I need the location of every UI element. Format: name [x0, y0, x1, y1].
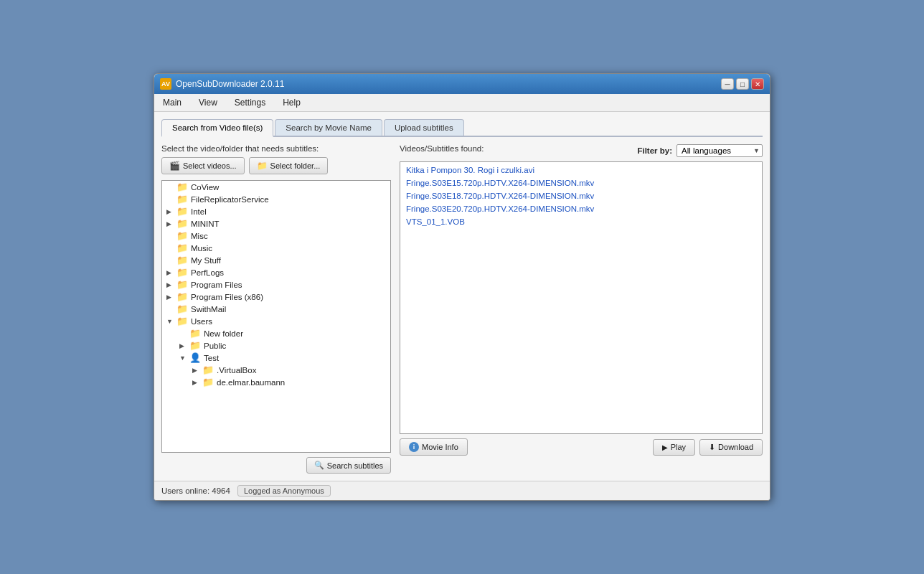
- tree-item-intel[interactable]: ▶ 📁 Intel: [162, 205, 390, 217]
- tree-item-coview[interactable]: 📁 CoView: [162, 181, 390, 193]
- file-list[interactable]: Kitka i Pompon 30. Rogi i czulki.avi Fri…: [400, 161, 763, 434]
- folder-icon: 📁: [202, 377, 214, 387]
- logged-as-badge: Logged as Anonymous: [237, 485, 331, 497]
- folder-icon: 📁: [202, 364, 214, 375]
- tree-item-misc[interactable]: 📁 Misc: [162, 230, 390, 242]
- tree-item-users[interactable]: ▼ 📁 Users: [162, 315, 390, 327]
- folder-icon: 📁: [176, 316, 188, 326]
- tree-item-test[interactable]: ▼ 👤 Test: [162, 352, 390, 364]
- search-subtitles-button[interactable]: 🔍 Search subtitles: [306, 457, 391, 474]
- app-icon: AV: [160, 78, 171, 90]
- status-bar: Users online: 4964 Logged as Anonymous: [154, 481, 770, 500]
- filter-row: Filter by: All languages English Polish …: [637, 144, 763, 157]
- right-top: Videos/Subtitles found: Filter by: All l…: [400, 144, 763, 157]
- menu-help[interactable]: Help: [278, 96, 305, 109]
- tree-arrow: ▶: [166, 281, 176, 288]
- menu-main[interactable]: Main: [159, 96, 186, 109]
- right-panel-label: Videos/Subtitles found:: [400, 144, 484, 153]
- minimize-button[interactable]: ─: [721, 78, 734, 90]
- file-item-4[interactable]: VTS_01_1.VOB: [400, 215, 762, 228]
- tree-item-programfiles-x86[interactable]: ▶ 📁 Program Files (x86): [162, 291, 390, 303]
- tab-search-video[interactable]: Search from Video file(s): [161, 119, 273, 137]
- tab-upload-subtitles[interactable]: Upload subtitles: [384, 119, 464, 136]
- title-bar: AV OpenSubDownloader 2.0.11 ─ □ ✕: [154, 74, 770, 94]
- tree-item-programfiles[interactable]: ▶ 📁 Program Files: [162, 278, 390, 291]
- tree-item-mystuff[interactable]: 📁 My Stuff: [162, 254, 390, 266]
- left-panel: Select the video/folder that needs subti…: [161, 144, 391, 474]
- menu-settings[interactable]: Settings: [230, 96, 270, 109]
- bottom-bar: i Movie Info ▶ Play ⬇ Download: [400, 438, 763, 456]
- file-tree[interactable]: 📁 CoView 📁 FileReplicatorService ▶ 📁 Int…: [161, 180, 391, 453]
- video-folder-buttons: 🎬 Select videos... 📁 Select folder...: [161, 157, 391, 174]
- play-button[interactable]: ▶ Play: [653, 439, 695, 456]
- filter-select-wrapper: All languages English Polish German Fren…: [676, 144, 763, 157]
- tree-item-filereplicator[interactable]: 📁 FileReplicatorService: [162, 193, 390, 205]
- tree-item-virtualbox[interactable]: ▶ 📁 .VirtualBox: [162, 364, 390, 376]
- window-title: OpenSubDownloader 2.0.11: [176, 79, 284, 89]
- file-item-2[interactable]: Fringe.S03E18.720p.HDTV.X264-DIMENSION.m…: [400, 189, 762, 202]
- panels: Select the video/folder that needs subti…: [161, 144, 763, 474]
- tree-arrow: ▼: [179, 354, 189, 362]
- left-panel-label: Select the video/folder that needs subti…: [161, 144, 391, 153]
- tree-arrow: ▶: [192, 379, 202, 386]
- folder-icon: 📁: [176, 291, 188, 302]
- movie-info-button[interactable]: i Movie Info: [400, 438, 468, 456]
- folder-icon-btn: 📁: [257, 161, 268, 171]
- info-icon: i: [409, 442, 419, 452]
- main-content: Search from Video file(s) Search by Movi…: [154, 112, 770, 481]
- folder-icon: 📁: [176, 255, 188, 265]
- tab-search-movie[interactable]: Search by Movie Name: [275, 119, 382, 136]
- play-download-buttons: ▶ Play ⬇ Download: [653, 439, 763, 456]
- select-videos-button[interactable]: 🎬 Select videos...: [161, 157, 245, 174]
- tree-arrow: ▶: [179, 342, 189, 349]
- download-icon: ⬇: [709, 443, 715, 452]
- tree-arrow: ▼: [166, 318, 176, 325]
- tree-arrow: ▶: [192, 367, 202, 374]
- search-icon: 🔍: [314, 461, 324, 470]
- language-filter-select[interactable]: All languages English Polish German Fren…: [676, 144, 763, 157]
- tree-arrow: ▶: [166, 269, 176, 276]
- window-controls: ─ □ ✕: [721, 78, 764, 90]
- users-online-label: Users online: 4964: [161, 486, 230, 495]
- folder-icon: 📁: [189, 340, 201, 351]
- tree-item-newfolder[interactable]: 📁 New folder: [162, 327, 390, 339]
- tree-arrow: ▶: [166, 208, 176, 215]
- title-bar-left: AV OpenSubDownloader 2.0.11: [160, 78, 284, 90]
- filter-label: Filter by:: [637, 146, 672, 155]
- download-button[interactable]: ⬇ Download: [699, 439, 763, 456]
- folder-icon: 📁: [176, 279, 188, 290]
- folder-icon: 📁: [176, 243, 188, 253]
- folder-icon: 📁: [176, 194, 188, 204]
- tree-item-swithmail[interactable]: 📁 SwithMail: [162, 303, 390, 315]
- file-item-1[interactable]: Fringe.S03E15.720p.HDTV.X264-DIMENSION.m…: [400, 177, 762, 189]
- restore-button[interactable]: □: [736, 78, 749, 90]
- folder-icon: 📁: [176, 230, 188, 241]
- folder-icon: 📁: [189, 328, 201, 339]
- folder-icon: 📁: [176, 182, 188, 192]
- close-button[interactable]: ✕: [751, 78, 764, 90]
- folder-icon: 📁: [176, 206, 188, 217]
- folder-icon: 📁: [176, 304, 188, 314]
- menu-view[interactable]: View: [194, 96, 222, 109]
- file-item-0[interactable]: Kitka i Pompon 30. Rogi i czulki.avi: [400, 164, 762, 177]
- select-folder-button[interactable]: 📁 Select folder...: [249, 157, 329, 174]
- film-icon: 🎬: [169, 161, 180, 171]
- folder-icon: 📁: [176, 267, 188, 278]
- main-window: AV OpenSubDownloader 2.0.11 ─ □ ✕ Main V…: [154, 73, 770, 501]
- tree-item-public[interactable]: ▶ 📁 Public: [162, 339, 390, 352]
- tab-bar: Search from Video file(s) Search by Movi…: [161, 119, 763, 137]
- tree-item-perflogs[interactable]: ▶ 📁 PerfLogs: [162, 266, 390, 278]
- user-folder-icon: 👤: [189, 352, 201, 363]
- menu-bar: Main View Settings Help: [154, 94, 770, 112]
- play-icon: ▶: [662, 443, 668, 451]
- tree-item-minint[interactable]: ▶ 📁 MININT: [162, 217, 390, 230]
- folder-icon: 📁: [176, 218, 188, 229]
- tree-item-deelmar[interactable]: ▶ 📁 de.elmar.baumann: [162, 376, 390, 388]
- tree-arrow: ▶: [166, 220, 176, 227]
- tree-item-music[interactable]: 📁 Music: [162, 242, 390, 254]
- tree-arrow: ▶: [166, 293, 176, 301]
- file-item-3[interactable]: Fringe.S03E20.720p.HDTV.X264-DIMENSION.m…: [400, 202, 762, 215]
- right-panel: Videos/Subtitles found: Filter by: All l…: [400, 144, 763, 474]
- search-btn-row: 🔍 Search subtitles: [161, 457, 391, 474]
